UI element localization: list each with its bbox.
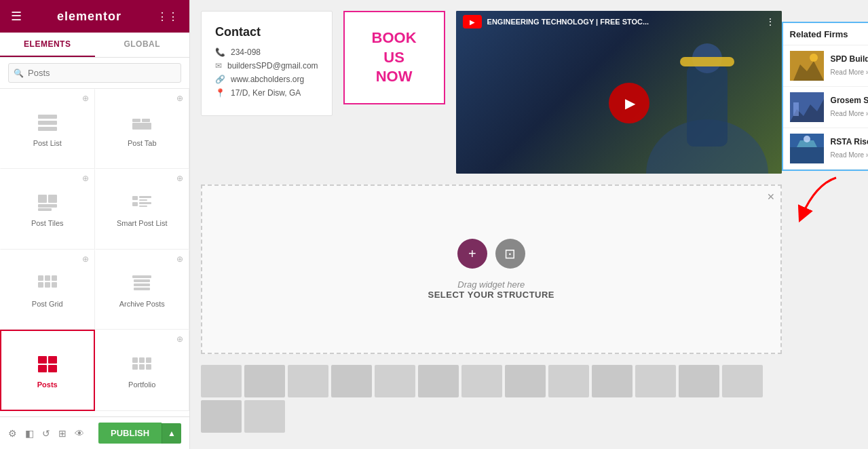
svg-rect-4 — [142, 119, 150, 122]
app-title: elementor — [57, 9, 121, 24]
svg-rect-1 — [38, 121, 57, 125]
youtube-logo: ▶ — [463, 15, 482, 28]
contact-email: buildersSPD@gmail.com — [227, 61, 318, 71]
firm-read-more-1[interactable]: Read More » — [831, 69, 868, 76]
svg-rect-24 — [134, 284, 150, 286]
contact-phone: 234-098 — [231, 47, 261, 57]
tab-elements[interactable]: ELEMENTS — [0, 33, 95, 57]
svg-rect-39 — [680, 57, 734, 66]
firm-read-more-3[interactable]: Read More » — [831, 151, 868, 159]
contact-address-row: 📍 17/D, Ker Disw, GA — [215, 88, 318, 98]
widget-options-icon[interactable]: ⊕ — [176, 174, 183, 183]
widget-post-list[interactable]: ⊕ Post List — [0, 89, 95, 169]
firm-info-3: RSTA Risers Read More » — [831, 137, 868, 160]
play-button[interactable] — [609, 83, 649, 123]
search-input[interactable] — [8, 63, 181, 83]
thumbnail-11 — [635, 365, 676, 397]
svg-rect-0 — [38, 115, 57, 119]
thumbnail-9 — [548, 365, 589, 397]
history-icon[interactable]: ↺ — [42, 428, 50, 439]
widget-options-icon[interactable]: ⊕ — [82, 174, 89, 183]
widget-options-icon[interactable]: ⊕ — [176, 334, 183, 344]
drop-zone-close-button[interactable]: ✕ — [767, 191, 775, 202]
widget-post-tiles[interactable]: ⊕ Post Tiles — [0, 169, 95, 249]
right-panel: Related Firms ⤢ ✕ SPD Builders Read More… — [782, 0, 868, 225]
contact-email-row: ✉ buildersSPD@gmail.com — [215, 61, 318, 71]
svg-rect-23 — [134, 279, 150, 282]
sidebar-search-container: 🔍 — [0, 58, 189, 89]
widget-options-icon[interactable]: ⊕ — [176, 94, 183, 103]
add-widget-button[interactable]: + — [457, 239, 487, 269]
contact-phone-row: 📞 234-098 — [215, 47, 318, 57]
template-library-button[interactable]: ⊡ — [495, 239, 525, 269]
post-list-icon — [37, 113, 58, 135]
video-menu-icon[interactable]: ⋮ — [766, 16, 775, 27]
related-firms-title: Related Firms — [790, 29, 848, 39]
widget-portfolio-label: Portfolio — [128, 380, 155, 389]
drag-widget-text: Drag widget here — [428, 279, 555, 290]
publish-arrow-button[interactable]: ▲ — [162, 423, 181, 444]
contact-website-row: 🔗 www.abcholders.org — [215, 75, 318, 84]
phone-icon: 📞 — [215, 47, 225, 57]
widget-post-grid[interactable]: ⊕ Post Grid — [0, 250, 95, 330]
thumbnail-14 — [201, 400, 242, 433]
widget-archive-posts-label: Archive Posts — [119, 300, 165, 308]
book-text: BOOKUSNOW — [372, 28, 417, 87]
hamburger-icon[interactable]: ☰ — [11, 9, 22, 24]
widget-smart-post-list-label: Smart Post List — [117, 219, 168, 227]
widget-posts[interactable]: Posts — [0, 330, 95, 411]
contact-website: www.abcholders.org — [231, 75, 304, 84]
svg-rect-33 — [132, 364, 138, 370]
firm-read-more-2[interactable]: Read More » — [831, 110, 868, 117]
svg-rect-27 — [38, 365, 47, 372]
post-grid-icon — [37, 274, 58, 296]
svg-point-42 — [810, 54, 818, 62]
svg-point-49 — [804, 136, 810, 142]
preview-icon[interactable]: 👁 — [75, 428, 84, 439]
firm-name-3: RSTA Risers — [831, 137, 868, 147]
canvas-area: Contact 📞 234-098 ✉ buildersSPD@gmail.co… — [190, 0, 868, 449]
worker-illustration — [646, 38, 768, 174]
widget-options-icon[interactable]: ⊕ — [82, 254, 89, 264]
svg-rect-34 — [139, 364, 145, 370]
widget-portfolio[interactable]: ⊕ Portfolio — [95, 330, 190, 411]
widget-post-tab[interactable]: ⊕ Post Tab — [95, 89, 190, 169]
firm-info-2: Grosem SPT Read More » — [831, 96, 868, 119]
canvas-content: Contact 📞 234-098 ✉ buildersSPD@gmail.co… — [190, 0, 782, 449]
svg-rect-17 — [45, 275, 50, 281]
link-icon: 🔗 — [215, 75, 225, 84]
firm-thumb-2 — [790, 92, 824, 122]
svg-rect-35 — [146, 364, 151, 370]
widgets-grid: ⊕ Post List ⊕ Post Tab ⊕ Post Tiles ⊕ — [0, 89, 189, 416]
template-icon[interactable]: ⊞ — [58, 428, 67, 439]
widget-options-icon[interactable]: ⊕ — [176, 254, 183, 264]
svg-rect-16 — [38, 275, 43, 281]
firm-info-1: SPD Builders Read More » — [831, 54, 868, 77]
layers-icon[interactable]: ◧ — [25, 428, 34, 439]
search-icon: 🔍 — [14, 69, 24, 78]
contact-address: 17/D, Ker Disw, GA — [231, 88, 301, 98]
email-icon: ✉ — [215, 61, 222, 71]
svg-rect-11 — [139, 196, 151, 198]
svg-rect-13 — [132, 202, 138, 206]
settings-icon[interactable]: ⚙ — [8, 428, 17, 439]
location-icon: 📍 — [215, 88, 225, 98]
grid-icon[interactable]: ⋮⋮ — [157, 10, 178, 23]
sidebar-header: ☰ elementor ⋮⋮ — [0, 0, 189, 33]
widget-smart-post-list[interactable]: ⊕ Smart Post List — [95, 169, 190, 249]
select-structure-text: SELECT YOUR STRUCTURE — [428, 290, 555, 300]
widget-post-tiles-label: Post Tiles — [31, 219, 64, 227]
publish-button[interactable]: PUBLISH — [98, 423, 162, 444]
thumbnail-6 — [418, 365, 459, 397]
tab-global[interactable]: GLOBAL — [95, 33, 190, 57]
sidebar: ☰ elementor ⋮⋮ ELEMENTS GLOBAL 🔍 ⊕ Post … — [0, 0, 190, 449]
smart-post-list-icon — [131, 193, 153, 215]
related-firms-panel: Related Firms ⤢ ✕ SPD Builders Read More… — [782, 22, 868, 171]
post-tiles-icon — [37, 193, 58, 215]
widget-archive-posts[interactable]: ⊕ Archive Posts — [95, 250, 190, 330]
svg-rect-12 — [139, 199, 147, 201]
video-card[interactable]: ▶ ENGINEERING TECHNOLOGY | FREE STOC... … — [456, 11, 782, 174]
firm-item-2: Grosem SPT Read More » — [783, 87, 868, 128]
svg-rect-7 — [48, 195, 57, 203]
widget-options-icon[interactable]: ⊕ — [82, 94, 89, 103]
